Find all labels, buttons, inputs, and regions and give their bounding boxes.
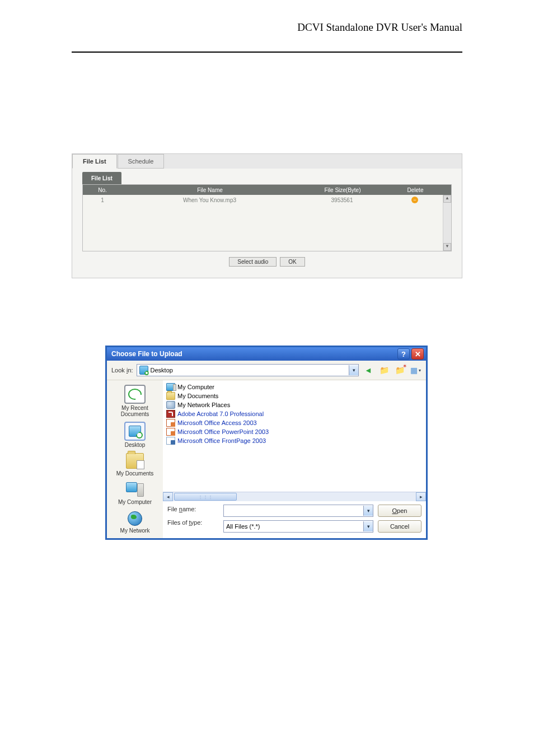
places-bar: My Recent Documents Desktop My Documents…	[107, 380, 163, 538]
view-menu-icon[interactable]: ▦▾	[409, 364, 421, 376]
list-item-label: Microsoft Office Access 2003	[177, 419, 257, 426]
look-in-select[interactable]: Desktop ▾	[137, 364, 359, 376]
list-item[interactable]: Microsoft Office Access 2003	[166, 418, 423, 427]
look-in-label: Look in:	[111, 367, 133, 374]
cell-delete[interactable]: −	[387, 197, 443, 204]
desktop-icon	[139, 366, 148, 375]
place-mydocs-label: My Documents	[116, 470, 154, 477]
my-computer-icon	[126, 482, 144, 497]
ok-button[interactable]: OK	[280, 257, 305, 267]
header-rule	[72, 52, 462, 53]
scroll-up-icon[interactable]: ▲	[443, 195, 451, 203]
folder-icon	[166, 392, 175, 400]
file-list-view[interactable]: My Computer My Documents My Network Plac…	[163, 380, 426, 492]
ms-powerpoint-icon	[166, 428, 175, 436]
cell-size: 3953561	[297, 197, 387, 203]
file-type-select[interactable]: All Files (*.*) ▾	[223, 520, 373, 533]
desktop-place-icon	[124, 422, 146, 441]
list-item-label: My Network Places	[177, 402, 230, 408]
dialog-title: Choose File to Upload	[111, 350, 182, 358]
chevron-down-icon[interactable]: ▾	[363, 521, 373, 531]
place-mycomp-label: My Computer	[118, 499, 152, 505]
place-mycomp[interactable]: My Computer	[118, 481, 152, 505]
place-desktop-label: Desktop	[125, 442, 146, 448]
network-places-icon	[166, 401, 175, 409]
list-item-label: My Documents	[177, 393, 218, 399]
cell-no: 1	[83, 197, 122, 203]
cell-name: When You Know.mp3	[122, 197, 297, 203]
file-type-value: All Files (*.*)	[226, 523, 260, 530]
list-item-label: Adobe Acrobat 7.0 Professional	[177, 410, 264, 417]
file-list-panel: File List Schedule File List No. File Na…	[72, 153, 462, 278]
col-no: No.	[83, 187, 122, 193]
computer-icon	[166, 383, 175, 391]
col-size: File Size(Byte)	[298, 187, 387, 193]
scroll-left-icon[interactable]: ◂	[163, 492, 173, 501]
place-network-label: My Network	[120, 528, 150, 534]
chevron-down-icon[interactable]: ▾	[349, 365, 358, 375]
recent-documents-icon	[124, 385, 146, 404]
page-header-title: DCVI Standalone DVR User's Manual	[297, 21, 462, 34]
ms-frontpage-icon	[166, 437, 175, 445]
new-folder-icon[interactable]: 📁✶	[394, 364, 406, 376]
file-type-label: Files of type:	[167, 519, 219, 526]
acrobat-icon	[166, 410, 175, 418]
place-desktop[interactable]: Desktop	[124, 422, 146, 448]
scroll-right-icon[interactable]: ▸	[416, 492, 426, 501]
select-audio-button[interactable]: Select audio	[229, 257, 277, 267]
my-network-icon	[127, 510, 143, 526]
delete-icon[interactable]: −	[411, 197, 418, 203]
list-item[interactable]: My Documents	[166, 391, 423, 400]
list-item[interactable]: Adobe Acrobat 7.0 Professional	[166, 409, 423, 418]
help-icon[interactable]: ?	[397, 348, 410, 360]
up-folder-icon[interactable]: 📁	[378, 364, 390, 376]
scroll-thumb[interactable]: ⋮⋮⋮	[174, 493, 237, 501]
scroll-down-icon[interactable]: ▼	[443, 243, 451, 251]
tab-schedule[interactable]: Schedule	[118, 154, 165, 169]
file-name-input[interactable]: ▾	[223, 505, 373, 517]
cancel-button[interactable]: Cancel	[378, 520, 421, 533]
file-table: No. File Name File Size(Byte) Delete 1 W…	[82, 184, 452, 251]
open-button[interactable]: Open	[378, 505, 421, 517]
file-table-scrollbar[interactable]: ▲ ▼	[443, 195, 451, 251]
look-in-value: Desktop	[151, 367, 173, 374]
list-item[interactable]: My Computer	[166, 382, 423, 391]
list-item[interactable]: My Network Places	[166, 400, 423, 409]
close-icon[interactable]: ✕	[411, 348, 424, 360]
table-row[interactable]: 1 When You Know.mp3 3953561 −	[83, 195, 443, 205]
list-item[interactable]: Microsoft Office PowerPoint 2003	[166, 427, 423, 436]
subtab-file-list[interactable]: File List	[82, 172, 121, 184]
list-item[interactable]: Microsoft Office FrontPage 2003	[166, 436, 423, 445]
place-network[interactable]: My Network	[120, 510, 150, 534]
horizontal-scrollbar[interactable]: ◂ ⋮⋮⋮ ▸	[163, 492, 426, 501]
file-name-label: File name:	[167, 506, 219, 512]
list-item-label: My Computer	[177, 384, 214, 390]
col-name: File Name	[122, 187, 298, 193]
dialog-titlebar[interactable]: Choose File to Upload ? ✕	[107, 347, 426, 361]
col-delete: Delete	[387, 187, 443, 193]
ms-access-icon	[166, 419, 175, 427]
list-item-label: Microsoft Office PowerPoint 2003	[177, 428, 269, 435]
chevron-down-icon[interactable]: ▾	[363, 506, 373, 516]
place-recent-label: My Recent Documents	[107, 405, 163, 417]
tab-file-list[interactable]: File List	[72, 154, 117, 169]
back-icon[interactable]: ◄	[362, 364, 374, 376]
place-mydocs[interactable]: My Documents	[116, 452, 154, 477]
list-item-label: Microsoft Office FrontPage 2003	[177, 437, 266, 444]
my-documents-icon	[126, 453, 144, 469]
file-open-dialog: Choose File to Upload ? ✕ Look in: Deskt…	[105, 346, 428, 540]
place-recent[interactable]: My Recent Documents	[107, 385, 163, 417]
